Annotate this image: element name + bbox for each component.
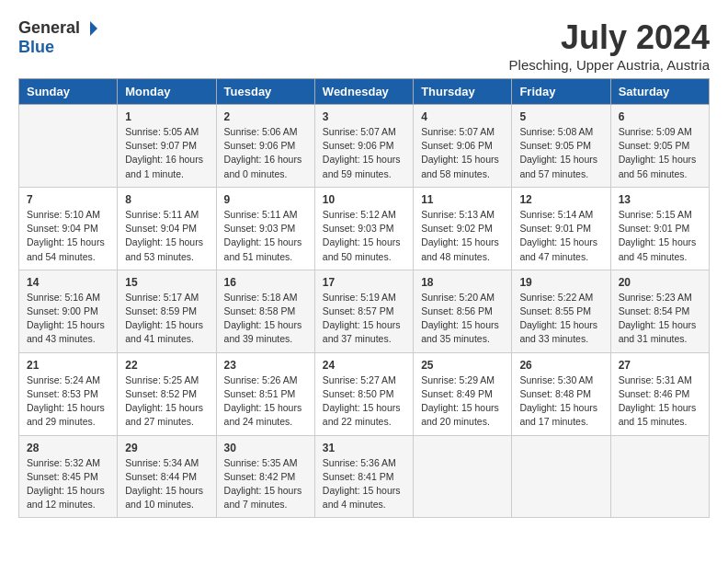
day-info-line: and 43 minutes.: [27, 332, 109, 346]
day-info-line: and 45 minutes.: [619, 250, 701, 264]
day-info-line: Sunset: 9:01 PM: [619, 222, 701, 236]
day-info-line: Daylight: 15 hours: [125, 318, 208, 332]
day-info-line: Daylight: 15 hours: [125, 484, 208, 498]
main-title: July 2024: [509, 18, 710, 57]
column-header-friday: Friday: [512, 79, 610, 105]
calendar-cell: 9Sunrise: 5:11 AMSunset: 9:03 PMDaylight…: [216, 187, 314, 270]
day-info-line: Sunset: 8:44 PM: [125, 470, 208, 484]
day-info-line: Sunset: 9:03 PM: [224, 222, 307, 236]
logo-blue: Blue: [18, 38, 54, 56]
day-info-line: Daylight: 15 hours: [421, 236, 504, 249]
calendar-cell: 16Sunrise: 5:18 AMSunset: 8:58 PMDayligh…: [216, 270, 314, 352]
day-info: Sunrise: 5:07 AMSunset: 9:06 PMDaylight:…: [421, 125, 504, 181]
day-info-line: Sunrise: 5:11 AM: [224, 208, 307, 222]
day-info-line: Sunrise: 5:07 AM: [323, 125, 405, 139]
day-info: Sunrise: 5:12 AMSunset: 9:03 PMDaylight:…: [323, 208, 405, 264]
calendar-cell: 6Sunrise: 5:09 AMSunset: 9:05 PMDaylight…: [610, 105, 709, 188]
calendar-cell: 20Sunrise: 5:23 AMSunset: 8:54 PMDayligh…: [610, 270, 709, 352]
day-info-line: Sunset: 8:48 PM: [519, 387, 602, 401]
calendar-cell: 27Sunrise: 5:31 AMSunset: 8:46 PMDayligh…: [610, 352, 709, 435]
day-number: 8: [125, 193, 208, 206]
day-info-line: Daylight: 15 hours: [619, 401, 701, 415]
day-number: 26: [519, 359, 602, 372]
day-info-line: Sunset: 9:04 PM: [125, 222, 208, 236]
day-number: 7: [27, 193, 109, 206]
calendar-cell: 11Sunrise: 5:13 AMSunset: 9:02 PMDayligh…: [414, 187, 512, 270]
day-info-line: and 27 minutes.: [125, 415, 208, 429]
day-info: Sunrise: 5:24 AMSunset: 8:53 PMDaylight:…: [27, 373, 109, 430]
day-info-line: Sunset: 9:04 PM: [27, 222, 109, 236]
calendar-cell: 1Sunrise: 5:05 AMSunset: 9:07 PMDaylight…: [118, 105, 216, 188]
day-info-line: Daylight: 15 hours: [27, 318, 109, 332]
calendar-cell: 29Sunrise: 5:34 AMSunset: 8:44 PMDayligh…: [118, 435, 216, 518]
day-number: 10: [323, 193, 405, 206]
day-info-line: and 12 minutes.: [27, 498, 109, 511]
day-info-line: and 29 minutes.: [27, 415, 109, 429]
day-info-line: Sunrise: 5:16 AM: [27, 291, 109, 304]
calendar-table: SundayMondayTuesdayWednesdayThursdayFrid…: [18, 78, 710, 518]
day-info: Sunrise: 5:31 AMSunset: 8:46 PMDaylight:…: [619, 373, 701, 430]
calendar-week-row: 14Sunrise: 5:16 AMSunset: 9:00 PMDayligh…: [19, 270, 710, 352]
day-info: Sunrise: 5:25 AMSunset: 8:52 PMDaylight:…: [125, 373, 208, 430]
day-info-line: Sunrise: 5:36 AM: [323, 456, 405, 470]
day-info: Sunrise: 5:08 AMSunset: 9:05 PMDaylight:…: [519, 125, 602, 181]
calendar-cell: 21Sunrise: 5:24 AMSunset: 8:53 PMDayligh…: [19, 352, 118, 435]
day-number: 29: [125, 442, 208, 454]
calendar-cell: 18Sunrise: 5:20 AMSunset: 8:56 PMDayligh…: [414, 270, 512, 352]
calendar-cell: 15Sunrise: 5:17 AMSunset: 8:59 PMDayligh…: [118, 270, 216, 352]
day-info-line: Sunrise: 5:05 AM: [125, 125, 208, 139]
day-number: 23: [224, 359, 307, 372]
day-info-line: Sunrise: 5:12 AM: [323, 208, 405, 222]
day-info: Sunrise: 5:27 AMSunset: 8:50 PMDaylight:…: [323, 373, 405, 430]
day-info-line: Sunset: 9:01 PM: [519, 222, 602, 236]
day-info-line: Sunrise: 5:15 AM: [619, 208, 701, 222]
day-number: 13: [619, 193, 701, 206]
day-info-line: Daylight: 15 hours: [323, 484, 405, 498]
calendar-cell: 10Sunrise: 5:12 AMSunset: 9:03 PMDayligh…: [314, 187, 413, 270]
day-info-line: Sunset: 8:46 PM: [619, 387, 701, 401]
day-info-line: Sunset: 9:03 PM: [323, 222, 405, 236]
calendar-cell: [19, 105, 118, 188]
calendar-cell: [512, 435, 610, 518]
calendar-cell: 14Sunrise: 5:16 AMSunset: 9:00 PMDayligh…: [19, 270, 118, 352]
day-info-line: and 33 minutes.: [519, 332, 602, 346]
day-info-line: Sunset: 9:07 PM: [125, 139, 208, 153]
day-number: 6: [619, 110, 701, 123]
calendar-cell: 22Sunrise: 5:25 AMSunset: 8:52 PMDayligh…: [118, 352, 216, 435]
day-info-line: Sunrise: 5:34 AM: [125, 456, 208, 470]
day-info-line: Daylight: 15 hours: [323, 401, 405, 415]
day-info: Sunrise: 5:10 AMSunset: 9:04 PMDaylight:…: [27, 208, 109, 264]
day-info-line: Sunset: 9:06 PM: [224, 139, 307, 153]
calendar-cell: 5Sunrise: 5:08 AMSunset: 9:05 PMDaylight…: [512, 105, 610, 188]
calendar-cell: 13Sunrise: 5:15 AMSunset: 9:01 PMDayligh…: [610, 187, 709, 270]
day-info-line: Sunset: 8:50 PM: [323, 387, 405, 401]
calendar-week-row: 1Sunrise: 5:05 AMSunset: 9:07 PMDaylight…: [19, 105, 710, 188]
day-info: Sunrise: 5:05 AMSunset: 9:07 PMDaylight:…: [125, 125, 208, 181]
day-info-line: and 35 minutes.: [421, 332, 504, 346]
day-info-line: Sunset: 8:57 PM: [323, 304, 405, 318]
day-info-line: and 47 minutes.: [519, 250, 602, 264]
day-info-line: and 10 minutes.: [125, 498, 208, 511]
day-number: 24: [323, 359, 405, 372]
day-number: 31: [323, 442, 405, 454]
day-info-line: Sunrise: 5:32 AM: [27, 456, 109, 470]
day-info-line: Sunrise: 5:35 AM: [224, 456, 307, 470]
day-info-line: Sunrise: 5:07 AM: [421, 125, 504, 139]
calendar-cell: 24Sunrise: 5:27 AMSunset: 8:50 PMDayligh…: [314, 352, 413, 435]
day-number: 25: [421, 359, 504, 372]
day-info-line: Sunset: 9:00 PM: [27, 304, 109, 318]
day-info: Sunrise: 5:23 AMSunset: 8:54 PMDaylight:…: [619, 291, 701, 347]
day-info-line: and 7 minutes.: [224, 498, 307, 511]
day-info: Sunrise: 5:06 AMSunset: 9:06 PMDaylight:…: [224, 125, 307, 181]
day-info-line: Sunset: 9:02 PM: [421, 222, 504, 236]
day-info: Sunrise: 5:07 AMSunset: 9:06 PMDaylight:…: [323, 125, 405, 181]
day-info-line: and 41 minutes.: [125, 332, 208, 346]
day-number: 11: [421, 193, 504, 206]
day-info-line: Sunrise: 5:22 AM: [519, 291, 602, 304]
day-info-line: and 0 minutes.: [224, 167, 307, 181]
day-info-line: and 15 minutes.: [619, 415, 701, 429]
day-info-line: Sunset: 9:05 PM: [519, 139, 602, 153]
day-number: 19: [519, 276, 602, 289]
day-info-line: Sunrise: 5:23 AM: [619, 291, 701, 304]
day-info-line: and 24 minutes.: [224, 415, 307, 429]
